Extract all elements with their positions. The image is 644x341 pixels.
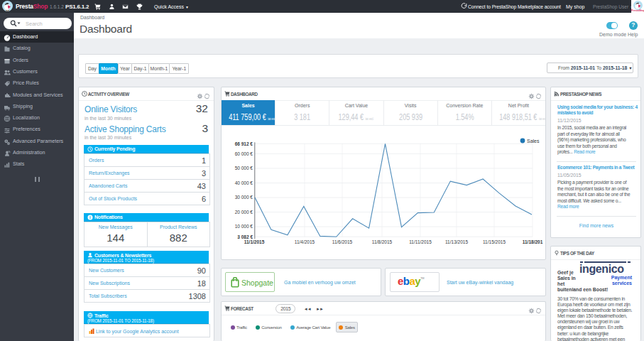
svg-text:11/11/2015: 11/11/2015: [409, 239, 432, 244]
svg-text:11/15/2015: 11/15/2015: [483, 239, 506, 244]
svg-text:40 000 €: 40 000 €: [235, 180, 253, 185]
svg-text:10 000 €: 10 000 €: [235, 224, 253, 229]
svg-text:11/13/2015: 11/13/2015: [445, 239, 468, 244]
svg-text:50 000 €: 50 000 €: [235, 166, 253, 170]
svg-text:11/8/2015: 11/8/2015: [372, 239, 393, 244]
svg-text:60 000 €: 60 000 €: [235, 151, 253, 156]
svg-text:11/6/2015: 11/6/2015: [332, 239, 353, 244]
svg-text:Sales: Sales: [527, 139, 540, 144]
svg-text:11/18/201: 11/18/201: [523, 239, 543, 244]
svg-text:66 912 €: 66 912 €: [235, 141, 253, 146]
svg-text:30 000 €: 30 000 €: [235, 195, 253, 200]
svg-text:3 082 €: 3 082 €: [237, 234, 253, 239]
svg-text:11/4/2015: 11/4/2015: [295, 239, 315, 244]
svg-text:20 000 €: 20 000 €: [235, 210, 253, 215]
svg-text:11/1/2015: 11/1/2015: [244, 239, 265, 244]
